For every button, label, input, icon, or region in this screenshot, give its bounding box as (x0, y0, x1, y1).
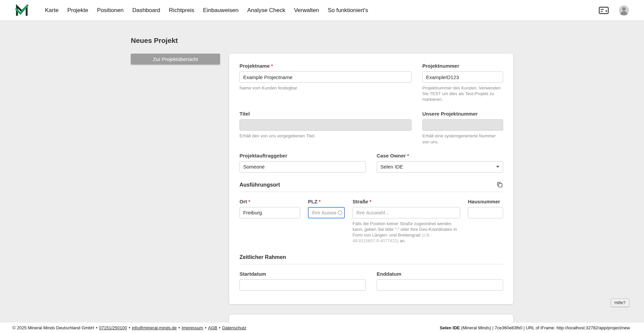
footer-link-email[interactable]: info@mineral-minds.de (132, 325, 177, 330)
separator-dot: • (96, 325, 98, 330)
startdatum-input[interactable] (239, 279, 366, 291)
projektnummer-input[interactable] (422, 71, 503, 83)
projektname-input[interactable] (239, 71, 412, 83)
titel-input (239, 119, 412, 131)
section-ausfuehrungsort: Ausführungsort (239, 181, 503, 192)
projektauftraggeber-field: Projektauftraggeber (239, 153, 366, 173)
footer-link-impressum[interactable]: Impressum (181, 325, 203, 330)
case-owner-value: Selen IDE (380, 164, 403, 170)
separator-dot: • (178, 325, 180, 330)
unsere-projektnummer-label: Unsere Projektnummer (422, 111, 503, 117)
ort-label: Ort* (239, 199, 300, 204)
project-form-card: Projektname* Name vom Kunden festlegbar … (229, 54, 513, 304)
projektname-field: Projektname* Name vom Kunden festlegbar (239, 63, 412, 102)
row-dates: Startdatum Enddatum (239, 271, 503, 291)
separator-dot: • (219, 325, 221, 330)
strasse-helper-suffix: an. (398, 238, 406, 243)
main-content: Neues Projekt Zur Projektübersicht Proje… (131, 20, 513, 333)
nav-item-verwalten[interactable]: Verwalten (294, 7, 319, 14)
nav-item-analyse-check[interactable]: Analyse Check (247, 7, 285, 14)
nav-item-richtpreis[interactable]: Richtpreis (169, 7, 195, 14)
unsere-projektnummer-helper: Erhält eine systemgenerierte Nummer von … (422, 133, 503, 144)
unsere-projektnummer-field: Unsere Projektnummer Erhält eine systemg… (422, 111, 503, 144)
nav-item-projekte[interactable]: Projekte (67, 7, 88, 14)
nav-item-positionen[interactable]: Positionen (97, 7, 123, 14)
footer-link-datenschutz[interactable]: Datenschutz (222, 325, 246, 330)
address-grid: Ort* PLZ* Straße* (239, 199, 503, 244)
required-marker: * (319, 199, 321, 204)
projektnummer-label-text: Projektnummer (422, 63, 459, 69)
required-marker: * (271, 63, 273, 69)
help-button[interactable]: Hilfe? (611, 298, 629, 307)
footer-user-name: Selen IDE (440, 325, 460, 330)
left-column: Zur Projektübersicht (131, 54, 229, 64)
ort-field: Ort* (239, 199, 300, 218)
section-zeitlicher-rahmen-title: Zeitlicher Rahmen (239, 254, 286, 260)
hausnummer-label: Hausnummer (468, 199, 503, 204)
nav-item-so-funktionierts[interactable]: So funktioniert's (328, 7, 368, 14)
titel-field: Titel Erhält den von uns vorgegebenen Ti… (239, 111, 412, 144)
strasse-helper: Falls die Position keiner Straße zugeord… (353, 221, 460, 244)
user-avatar[interactable] (619, 5, 629, 16)
ort-input[interactable] (239, 207, 300, 218)
strasse-label: Straße* (353, 199, 460, 204)
case-owner-label: Case Owner* (377, 153, 503, 158)
footer-left: © 2025 Mineral Minds Deutschland GmbH • … (12, 325, 247, 330)
unsere-projektnummer-input (422, 119, 503, 131)
enddatum-label-text: Enddatum (377, 271, 401, 277)
projektauftraggeber-input[interactable] (239, 161, 366, 173)
footer-session-info: Selen IDE (Mineral Minds) | 7ce360e83fb0… (440, 325, 630, 330)
required-marker: * (370, 199, 372, 204)
page-title: Neues Projekt (131, 37, 513, 45)
unsere-projektnummer-label-text: Unsere Projektnummer (422, 111, 478, 117)
enddatum-field: Enddatum (377, 271, 503, 291)
strasse-label-text: Straße (353, 199, 368, 204)
hausnummer-label-text: Hausnummer (468, 199, 500, 204)
enddatum-input[interactable] (377, 279, 503, 291)
plz-input-wrap (308, 207, 345, 218)
projektauftraggeber-label: Projektauftraggeber (239, 153, 366, 158)
nav-item-karte[interactable]: Karte (45, 7, 59, 14)
projektname-helper: Name vom Kunden festlegbar (239, 85, 412, 91)
hausnummer-input[interactable] (468, 207, 503, 218)
project-overview-button[interactable]: Zur Projektübersicht (131, 54, 220, 64)
loading-spinner-icon (338, 210, 342, 215)
footer-link-phone[interactable]: 07151/250100 (99, 325, 127, 330)
footer: © 2025 Mineral Minds Deutschland GmbH • … (0, 323, 644, 333)
plz-label: PLZ* (308, 199, 345, 204)
required-marker: * (249, 199, 251, 204)
strasse-helper-text: Falls die Position keiner Straße zugeord… (353, 221, 457, 238)
content-row: Zur Projektübersicht Projektname* Name v… (131, 54, 513, 304)
main-nav: Karte Projekte Positionen Dashboard Rich… (45, 7, 368, 14)
nav-item-dashboard[interactable]: Dashboard (132, 7, 160, 14)
row-projektname: Projektname* Name vom Kunden festlegbar … (239, 63, 503, 102)
projektname-label-text: Projektname (239, 63, 270, 69)
row-titel: Titel Erhält den von uns vorgegebenen Ti… (239, 111, 503, 144)
case-owner-field: Case Owner* Selen IDE (377, 153, 503, 173)
nav-item-einbauweisen[interactable]: Einbauweisen (203, 7, 238, 14)
copyright-text: © 2025 Mineral Minds Deutschland GmbH (12, 325, 94, 330)
mineral-minds-logo[interactable] (15, 4, 29, 17)
projektnummer-helper: Projektnummer des Kunden. Verwenden Sie … (422, 85, 503, 102)
enddatum-label: Enddatum (377, 271, 503, 277)
case-owner-label-text: Case Owner (377, 153, 406, 158)
footer-link-agb[interactable]: AGB (208, 325, 217, 330)
startdatum-label: Startdatum (239, 271, 366, 277)
projektname-label: Projektname* (239, 63, 412, 69)
top-navbar: Karte Projekte Positionen Dashboard Rich… (0, 0, 644, 20)
projektnummer-field: Projektnummer Projektnummer des Kunden. … (422, 63, 503, 102)
startdatum-label-text: Startdatum (239, 271, 266, 277)
logo-icon (15, 4, 29, 17)
ort-label-text: Ort (239, 199, 247, 204)
plz-label-text: PLZ (308, 199, 317, 204)
plz-field: PLZ* (308, 199, 345, 218)
strasse-input[interactable] (353, 207, 460, 218)
required-marker: * (407, 153, 409, 158)
titel-label: Titel (239, 111, 412, 117)
strasse-field: Straße* (353, 199, 460, 218)
projektnummer-label: Projektnummer (422, 63, 503, 69)
copy-icon[interactable] (496, 181, 503, 188)
server-icon[interactable] (598, 5, 609, 16)
titel-label-text: Titel (239, 111, 250, 117)
case-owner-select[interactable]: Selen IDE (377, 161, 503, 173)
